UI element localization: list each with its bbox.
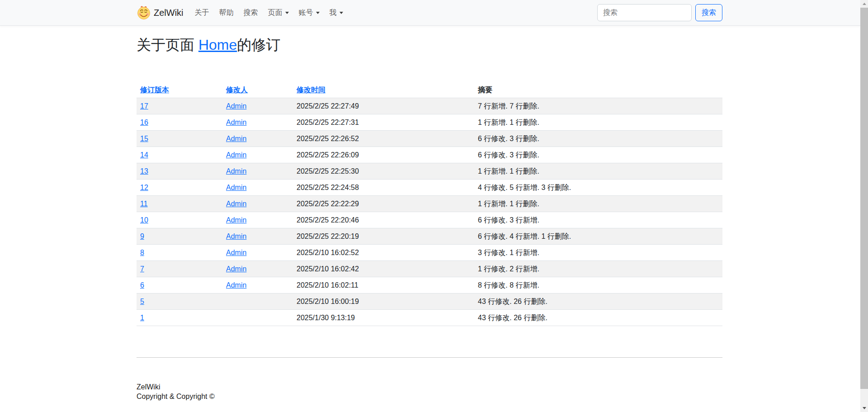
table-row: 9Admin2025/2/25 22:20:196 行修改. 4 行新增. 1 … bbox=[137, 228, 722, 245]
nav-item-me[interactable]: 我 bbox=[325, 5, 348, 21]
table-header-row: 修订版本 修改人 修改时间 摘要 bbox=[137, 82, 722, 98]
revision-number-link[interactable]: 10 bbox=[140, 216, 148, 224]
editor-link[interactable]: Admin bbox=[226, 249, 246, 256]
editor-link[interactable]: Admin bbox=[226, 135, 246, 142]
page-title-suffix: 的修订 bbox=[237, 37, 280, 53]
revision-summary: 8 行修改. 8 行新增. bbox=[474, 277, 722, 294]
editor-cell: Admin bbox=[222, 147, 293, 163]
revision-summary: 1 行新增. 1 行删除. bbox=[474, 114, 722, 131]
revision-number-link[interactable]: 16 bbox=[140, 118, 148, 126]
revision-time: 2025/2/25 22:25:30 bbox=[293, 163, 474, 180]
revision-summary: 6 行修改. 3 行删除. bbox=[474, 131, 722, 147]
table-row: 12025/1/30 9:13:1943 行修改. 26 行删除. bbox=[137, 310, 722, 326]
nav-list-item: 账号 bbox=[294, 5, 325, 21]
revision-summary: 1 行新增. 1 行删除. bbox=[474, 196, 722, 212]
revision-number-link[interactable]: 9 bbox=[140, 232, 144, 240]
nav-item-search[interactable]: 搜索 bbox=[239, 5, 263, 21]
editor-link[interactable]: Admin bbox=[226, 232, 246, 240]
scrollbar-up-button[interactable] bbox=[860, 0, 868, 8]
nav-list-item: 页面 bbox=[263, 5, 294, 21]
footer-copyright: Copyright & Copyright © bbox=[137, 392, 722, 401]
editor-cell: Admin bbox=[222, 180, 293, 196]
nav-list-item: 搜索 bbox=[239, 5, 263, 21]
editor-link[interactable]: Admin bbox=[226, 167, 246, 175]
sort-revision-link[interactable]: 修订版本 bbox=[140, 86, 169, 94]
brand-text: ZelWiki bbox=[154, 8, 184, 18]
editor-link[interactable]: Admin bbox=[226, 216, 246, 224]
editor-link[interactable]: Admin bbox=[226, 265, 246, 273]
table-row: 13Admin2025/2/25 22:25:301 行新增. 1 行删除. bbox=[137, 163, 722, 180]
revision-time: 2025/2/25 22:20:46 bbox=[293, 212, 474, 228]
sort-time-link[interactable]: 修改时间 bbox=[297, 86, 326, 94]
revision-number-link[interactable]: 6 bbox=[140, 281, 144, 289]
editor-cell: Admin bbox=[222, 196, 293, 212]
caret-down-icon bbox=[340, 12, 343, 14]
revision-number-link[interactable]: 5 bbox=[140, 298, 144, 305]
revision-time: 2025/2/10 16:00:19 bbox=[293, 294, 474, 310]
revision-table: 修订版本 修改人 修改时间 摘要 17Admin2025/2/25 22:27:… bbox=[137, 82, 722, 326]
editor-link[interactable]: Admin bbox=[226, 200, 246, 208]
revision-number-link[interactable]: 13 bbox=[140, 167, 148, 175]
editor-cell bbox=[222, 310, 293, 326]
editor-cell: Admin bbox=[222, 98, 293, 114]
nav-item-label: 我 bbox=[330, 8, 337, 18]
nav-item-account[interactable]: 账号 bbox=[294, 5, 325, 21]
nav-item-help[interactable]: 帮助 bbox=[214, 5, 239, 21]
revision-number-link[interactable]: 7 bbox=[140, 265, 144, 273]
page-home-link[interactable]: Home bbox=[198, 37, 237, 53]
table-row: 11Admin2025/2/25 22:22:291 行新增. 1 行删除. bbox=[137, 196, 722, 212]
revision-summary: 6 行修改. 4 行新增. 1 行删除. bbox=[474, 228, 722, 245]
search-input[interactable] bbox=[597, 4, 692, 21]
search-button[interactable]: 搜索 bbox=[695, 4, 722, 21]
revision-time: 2025/2/25 22:24:58 bbox=[293, 180, 474, 196]
editor-cell: Admin bbox=[222, 245, 293, 261]
revision-number-link[interactable]: 15 bbox=[140, 135, 148, 142]
revision-table-body: 17Admin2025/2/25 22:27:497 行新增. 7 行删除.16… bbox=[137, 98, 722, 326]
editor-link[interactable]: Admin bbox=[226, 102, 246, 110]
revision-number-link[interactable]: 12 bbox=[140, 184, 148, 191]
revision-time: 2025/2/10 16:02:11 bbox=[293, 277, 474, 294]
revision-cell: 13 bbox=[137, 163, 222, 180]
triangle-down-icon bbox=[863, 407, 866, 409]
nav-item-label: 关于 bbox=[195, 8, 209, 18]
revision-number-link[interactable]: 8 bbox=[140, 249, 144, 256]
revision-summary: 6 行修改. 3 行新增. bbox=[474, 212, 722, 228]
revision-number-link[interactable]: 17 bbox=[140, 102, 148, 110]
editor-link[interactable]: Admin bbox=[226, 118, 246, 126]
revision-cell: 5 bbox=[137, 294, 222, 310]
table-row: 52025/2/10 16:00:1943 行修改. 26 行删除. bbox=[137, 294, 722, 310]
footer-brand: ZelWiki bbox=[137, 382, 722, 392]
sort-editor-link[interactable]: 修改人 bbox=[226, 86, 248, 94]
table-row: 17Admin2025/2/25 22:27:497 行新增. 7 行删除. bbox=[137, 98, 722, 114]
nav-item-label: 帮助 bbox=[219, 8, 234, 18]
revision-number-link[interactable]: 14 bbox=[140, 151, 148, 159]
brand-link[interactable]: ZelWiki bbox=[137, 5, 184, 20]
revision-summary: 7 行新增. 7 行删除. bbox=[474, 98, 722, 114]
revision-number-link[interactable]: 11 bbox=[140, 200, 148, 208]
revision-number-link[interactable]: 1 bbox=[140, 314, 144, 322]
footer-divider bbox=[137, 357, 722, 358]
revision-summary: 43 行修改. 26 行删除. bbox=[474, 310, 722, 326]
editor-link[interactable]: Admin bbox=[226, 151, 246, 159]
table-row: 10Admin2025/2/25 22:20:466 行修改. 3 行新增. bbox=[137, 212, 722, 228]
triangle-up-icon bbox=[863, 3, 866, 5]
table-row: 15Admin2025/2/25 22:26:526 行修改. 3 行删除. bbox=[137, 131, 722, 147]
revision-summary: 43 行修改. 26 行删除. bbox=[474, 294, 722, 310]
summary-header: 摘要 bbox=[474, 82, 722, 98]
table-row: 8Admin2025/2/10 16:02:523 行修改. 1 行新增. bbox=[137, 245, 722, 261]
caret-down-icon bbox=[316, 12, 320, 14]
editor-link[interactable]: Admin bbox=[226, 184, 246, 191]
scrollbar-thumb[interactable] bbox=[860, 8, 868, 389]
nav-list-item: 关于 bbox=[190, 5, 214, 21]
nav-item-about[interactable]: 关于 bbox=[190, 5, 214, 21]
table-row: 14Admin2025/2/25 22:26:096 行修改. 3 行删除. bbox=[137, 147, 722, 163]
revision-cell: 7 bbox=[137, 261, 222, 277]
vertical-scrollbar[interactable] bbox=[860, 0, 868, 412]
scrollbar-down-button[interactable] bbox=[860, 404, 868, 412]
editor-cell: Admin bbox=[222, 131, 293, 147]
editor-cell: Admin bbox=[222, 163, 293, 180]
revision-time: 2025/2/25 22:27:49 bbox=[293, 98, 474, 114]
nav-item-label: 账号 bbox=[299, 8, 313, 18]
editor-link[interactable]: Admin bbox=[226, 281, 246, 289]
nav-item-pages[interactable]: 页面 bbox=[263, 5, 294, 21]
